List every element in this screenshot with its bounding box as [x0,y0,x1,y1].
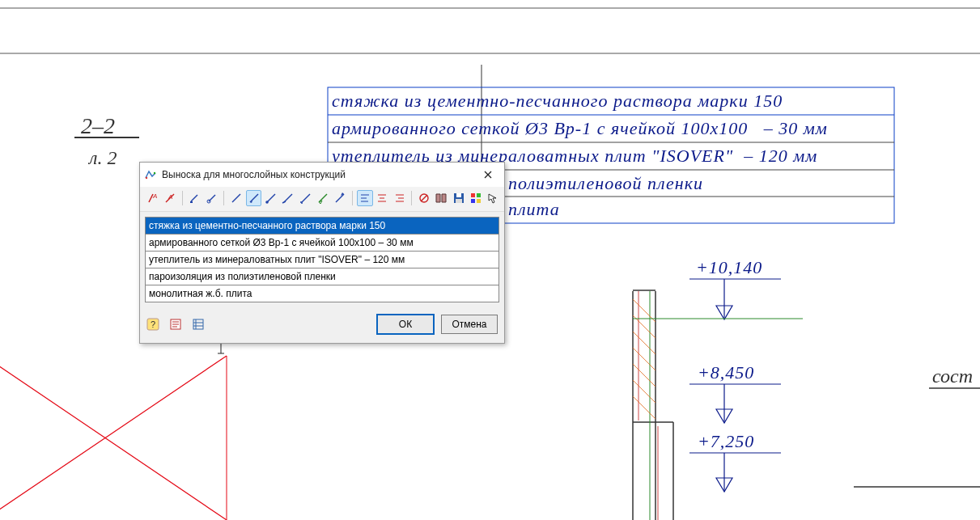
dialog-buttons: ? ОК Отмена [140,311,504,343]
tool-leader-7-icon[interactable] [333,190,348,206]
cancel-button[interactable]: Отмена [441,315,498,334]
layer-row-1[interactable]: армированного сеткой Ø3 Вр-1 с ячейкой 1… [146,235,498,252]
svg-text:A: A [152,192,157,200]
layer-label-3: полиэтиленовой пленки [508,173,703,194]
svg-line-59 [282,201,286,203]
svg-point-41 [146,177,147,179]
tool-align-right-icon[interactable] [392,190,407,206]
svg-point-57 [265,201,269,204]
svg-rect-78 [456,199,462,203]
svg-line-63 [336,194,344,202]
toolbar-separator [223,191,224,205]
ok-button[interactable]: ОК [376,314,435,335]
toolbar-separator [352,191,353,205]
layer-row-2[interactable]: утеплитель из минераловатных плит "ISOVE… [146,252,498,268]
tool-leader-1-icon[interactable] [228,190,244,206]
svg-rect-82 [477,199,481,203]
toolbar-separator [182,191,183,205]
elevation-2: +7,250 [698,431,754,452]
svg-rect-80 [477,193,481,197]
elevation-0: +10,140 [696,257,762,278]
tool-pick-icon[interactable] [486,190,501,206]
settings-icon[interactable] [192,318,205,331]
toolbar-separator [411,191,412,205]
dialog-toolbar: A A [140,187,504,212]
svg-line-61 [319,194,327,202]
right-cut-label: сост [932,366,973,387]
elevation-1: +8,450 [698,362,754,383]
tool-save-icon[interactable] [451,190,466,206]
notes-icon[interactable] [169,318,182,331]
layer-label-0: стяжка из цементно-песчанного раствора м… [332,91,783,112]
layered-leader-dialog: Выноска для многослойных конструкций A A… [139,162,505,344]
layer-row-3[interactable]: пароизоляция из полиэтиленовой пленки [146,268,498,285]
section-id: 2–2 [81,113,115,139]
tool-endcap-2-icon[interactable] [204,190,219,206]
layer-row-0[interactable]: стяжка из цементно-песчанного раствора м… [146,218,498,235]
layer-label-1: армированного сеткой Ø3 Вр-1 с ячейкой 1… [332,118,828,139]
svg-line-12 [0,356,227,520]
tool-leader-4-icon[interactable] [281,190,296,206]
svg-rect-79 [471,193,475,197]
tool-color-icon[interactable] [468,190,483,206]
app-icon [144,168,157,181]
close-button[interactable] [476,166,500,184]
tool-arrow-a2-icon[interactable]: A [162,190,177,206]
svg-line-56 [267,194,275,202]
svg-line-49 [191,195,197,201]
cad-canvas[interactable]: 2–2 л. 2 сост стяжка из цементно-песчанн… [0,0,980,520]
tool-leader-3-icon[interactable] [263,190,278,206]
help-icon[interactable]: ? [146,318,159,331]
svg-text:A: A [168,193,172,201]
tool-arrow-a1-icon[interactable]: A [145,190,160,206]
svg-text:?: ? [151,319,155,329]
svg-rect-81 [471,199,475,203]
tool-leader-5-icon[interactable] [298,190,313,206]
tool-endcap-1-icon[interactable] [187,190,202,206]
tool-leader-6-icon[interactable] [315,190,330,206]
layer-label-4: плита [508,199,560,220]
tool-book-icon[interactable] [434,190,449,206]
svg-line-75 [421,195,427,201]
layers-list[interactable]: стяжка из цементно-песчанного раствора м… [145,217,499,302]
svg-point-42 [154,172,155,174]
layer-row-4[interactable]: монолитная ж.б. плита [146,285,498,302]
svg-line-60 [302,194,310,202]
tool-leader-2-icon[interactable] [246,190,261,206]
svg-rect-77 [456,193,461,197]
tool-align-center-icon[interactable] [375,190,390,206]
svg-line-53 [232,194,240,202]
svg-line-54 [250,194,258,202]
dialog-title: Выноска для многослойных конструкций [162,169,476,180]
tool-null-icon[interactable] [416,190,431,206]
svg-rect-89 [193,319,203,329]
svg-line-11 [0,356,227,520]
sheet-label: л. 2 [89,147,117,169]
dialog-titlebar[interactable]: Выноска для многослойных конструкций [140,163,504,187]
tool-align-left-icon[interactable] [357,190,372,206]
